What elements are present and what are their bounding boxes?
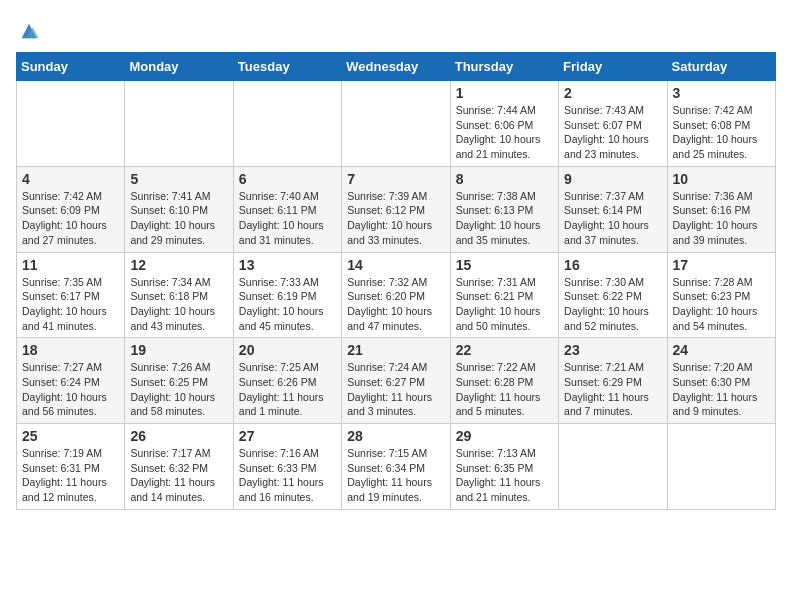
calendar-day-cell: 28Sunrise: 7:15 AM Sunset: 6:34 PM Dayli… xyxy=(342,424,450,510)
day-info: Sunrise: 7:39 AM Sunset: 6:12 PM Dayligh… xyxy=(347,189,444,248)
weekday-header-cell: Friday xyxy=(559,53,667,81)
calendar-week-row: 18Sunrise: 7:27 AM Sunset: 6:24 PM Dayli… xyxy=(17,338,776,424)
calendar-week-row: 11Sunrise: 7:35 AM Sunset: 6:17 PM Dayli… xyxy=(17,252,776,338)
day-info: Sunrise: 7:34 AM Sunset: 6:18 PM Dayligh… xyxy=(130,275,227,334)
calendar-day-cell: 17Sunrise: 7:28 AM Sunset: 6:23 PM Dayli… xyxy=(667,252,775,338)
calendar-day-cell: 2Sunrise: 7:43 AM Sunset: 6:07 PM Daylig… xyxy=(559,81,667,167)
day-info: Sunrise: 7:42 AM Sunset: 6:08 PM Dayligh… xyxy=(673,103,770,162)
day-number: 7 xyxy=(347,171,444,187)
calendar-day-cell: 6Sunrise: 7:40 AM Sunset: 6:11 PM Daylig… xyxy=(233,166,341,252)
day-info: Sunrise: 7:44 AM Sunset: 6:06 PM Dayligh… xyxy=(456,103,553,162)
day-number: 18 xyxy=(22,342,119,358)
day-info: Sunrise: 7:36 AM Sunset: 6:16 PM Dayligh… xyxy=(673,189,770,248)
day-number: 12 xyxy=(130,257,227,273)
calendar-day-cell: 16Sunrise: 7:30 AM Sunset: 6:22 PM Dayli… xyxy=(559,252,667,338)
day-number: 3 xyxy=(673,85,770,101)
weekday-header-cell: Monday xyxy=(125,53,233,81)
day-number: 5 xyxy=(130,171,227,187)
day-info: Sunrise: 7:43 AM Sunset: 6:07 PM Dayligh… xyxy=(564,103,661,162)
day-number: 28 xyxy=(347,428,444,444)
day-number: 23 xyxy=(564,342,661,358)
calendar-day-cell: 7Sunrise: 7:39 AM Sunset: 6:12 PM Daylig… xyxy=(342,166,450,252)
header xyxy=(16,16,776,42)
calendar-day-cell: 5Sunrise: 7:41 AM Sunset: 6:10 PM Daylig… xyxy=(125,166,233,252)
day-info: Sunrise: 7:31 AM Sunset: 6:21 PM Dayligh… xyxy=(456,275,553,334)
calendar-day-cell xyxy=(17,81,125,167)
day-number: 14 xyxy=(347,257,444,273)
calendar-day-cell: 8Sunrise: 7:38 AM Sunset: 6:13 PM Daylig… xyxy=(450,166,558,252)
day-number: 27 xyxy=(239,428,336,444)
calendar-day-cell: 27Sunrise: 7:16 AM Sunset: 6:33 PM Dayli… xyxy=(233,424,341,510)
day-number: 26 xyxy=(130,428,227,444)
weekday-header-cell: Thursday xyxy=(450,53,558,81)
day-number: 10 xyxy=(673,171,770,187)
weekday-header-cell: Saturday xyxy=(667,53,775,81)
calendar: SundayMondayTuesdayWednesdayThursdayFrid… xyxy=(16,52,776,510)
calendar-day-cell: 24Sunrise: 7:20 AM Sunset: 6:30 PM Dayli… xyxy=(667,338,775,424)
weekday-header-cell: Wednesday xyxy=(342,53,450,81)
calendar-week-row: 25Sunrise: 7:19 AM Sunset: 6:31 PM Dayli… xyxy=(17,424,776,510)
calendar-day-cell: 22Sunrise: 7:22 AM Sunset: 6:28 PM Dayli… xyxy=(450,338,558,424)
day-number: 16 xyxy=(564,257,661,273)
day-number: 24 xyxy=(673,342,770,358)
calendar-day-cell: 23Sunrise: 7:21 AM Sunset: 6:29 PM Dayli… xyxy=(559,338,667,424)
calendar-day-cell: 11Sunrise: 7:35 AM Sunset: 6:17 PM Dayli… xyxy=(17,252,125,338)
day-number: 11 xyxy=(22,257,119,273)
day-number: 8 xyxy=(456,171,553,187)
calendar-day-cell: 15Sunrise: 7:31 AM Sunset: 6:21 PM Dayli… xyxy=(450,252,558,338)
logo xyxy=(16,20,40,42)
calendar-day-cell: 12Sunrise: 7:34 AM Sunset: 6:18 PM Dayli… xyxy=(125,252,233,338)
day-info: Sunrise: 7:30 AM Sunset: 6:22 PM Dayligh… xyxy=(564,275,661,334)
day-number: 25 xyxy=(22,428,119,444)
calendar-week-row: 1Sunrise: 7:44 AM Sunset: 6:06 PM Daylig… xyxy=(17,81,776,167)
calendar-week-row: 4Sunrise: 7:42 AM Sunset: 6:09 PM Daylig… xyxy=(17,166,776,252)
day-number: 6 xyxy=(239,171,336,187)
day-info: Sunrise: 7:42 AM Sunset: 6:09 PM Dayligh… xyxy=(22,189,119,248)
calendar-day-cell: 1Sunrise: 7:44 AM Sunset: 6:06 PM Daylig… xyxy=(450,81,558,167)
calendar-day-cell: 19Sunrise: 7:26 AM Sunset: 6:25 PM Dayli… xyxy=(125,338,233,424)
day-info: Sunrise: 7:24 AM Sunset: 6:27 PM Dayligh… xyxy=(347,360,444,419)
calendar-day-cell: 20Sunrise: 7:25 AM Sunset: 6:26 PM Dayli… xyxy=(233,338,341,424)
calendar-day-cell xyxy=(342,81,450,167)
day-number: 1 xyxy=(456,85,553,101)
day-info: Sunrise: 7:35 AM Sunset: 6:17 PM Dayligh… xyxy=(22,275,119,334)
day-info: Sunrise: 7:19 AM Sunset: 6:31 PM Dayligh… xyxy=(22,446,119,505)
logo-icon xyxy=(18,20,40,42)
day-number: 15 xyxy=(456,257,553,273)
day-info: Sunrise: 7:15 AM Sunset: 6:34 PM Dayligh… xyxy=(347,446,444,505)
day-info: Sunrise: 7:13 AM Sunset: 6:35 PM Dayligh… xyxy=(456,446,553,505)
weekday-header-cell: Tuesday xyxy=(233,53,341,81)
calendar-day-cell xyxy=(125,81,233,167)
calendar-day-cell: 3Sunrise: 7:42 AM Sunset: 6:08 PM Daylig… xyxy=(667,81,775,167)
day-number: 20 xyxy=(239,342,336,358)
calendar-day-cell: 18Sunrise: 7:27 AM Sunset: 6:24 PM Dayli… xyxy=(17,338,125,424)
day-number: 4 xyxy=(22,171,119,187)
day-info: Sunrise: 7:26 AM Sunset: 6:25 PM Dayligh… xyxy=(130,360,227,419)
day-info: Sunrise: 7:41 AM Sunset: 6:10 PM Dayligh… xyxy=(130,189,227,248)
day-info: Sunrise: 7:17 AM Sunset: 6:32 PM Dayligh… xyxy=(130,446,227,505)
day-number: 29 xyxy=(456,428,553,444)
day-info: Sunrise: 7:27 AM Sunset: 6:24 PM Dayligh… xyxy=(22,360,119,419)
calendar-day-cell: 4Sunrise: 7:42 AM Sunset: 6:09 PM Daylig… xyxy=(17,166,125,252)
day-number: 13 xyxy=(239,257,336,273)
weekday-header: SundayMondayTuesdayWednesdayThursdayFrid… xyxy=(17,53,776,81)
day-info: Sunrise: 7:38 AM Sunset: 6:13 PM Dayligh… xyxy=(456,189,553,248)
day-number: 17 xyxy=(673,257,770,273)
day-info: Sunrise: 7:37 AM Sunset: 6:14 PM Dayligh… xyxy=(564,189,661,248)
day-info: Sunrise: 7:40 AM Sunset: 6:11 PM Dayligh… xyxy=(239,189,336,248)
day-info: Sunrise: 7:32 AM Sunset: 6:20 PM Dayligh… xyxy=(347,275,444,334)
calendar-day-cell xyxy=(559,424,667,510)
day-number: 21 xyxy=(347,342,444,358)
day-info: Sunrise: 7:21 AM Sunset: 6:29 PM Dayligh… xyxy=(564,360,661,419)
calendar-day-cell: 13Sunrise: 7:33 AM Sunset: 6:19 PM Dayli… xyxy=(233,252,341,338)
calendar-day-cell: 14Sunrise: 7:32 AM Sunset: 6:20 PM Dayli… xyxy=(342,252,450,338)
calendar-day-cell xyxy=(233,81,341,167)
weekday-header-cell: Sunday xyxy=(17,53,125,81)
day-info: Sunrise: 7:33 AM Sunset: 6:19 PM Dayligh… xyxy=(239,275,336,334)
calendar-day-cell: 29Sunrise: 7:13 AM Sunset: 6:35 PM Dayli… xyxy=(450,424,558,510)
day-number: 9 xyxy=(564,171,661,187)
calendar-day-cell: 10Sunrise: 7:36 AM Sunset: 6:16 PM Dayli… xyxy=(667,166,775,252)
day-info: Sunrise: 7:16 AM Sunset: 6:33 PM Dayligh… xyxy=(239,446,336,505)
calendar-day-cell xyxy=(667,424,775,510)
calendar-body: 1Sunrise: 7:44 AM Sunset: 6:06 PM Daylig… xyxy=(17,81,776,510)
